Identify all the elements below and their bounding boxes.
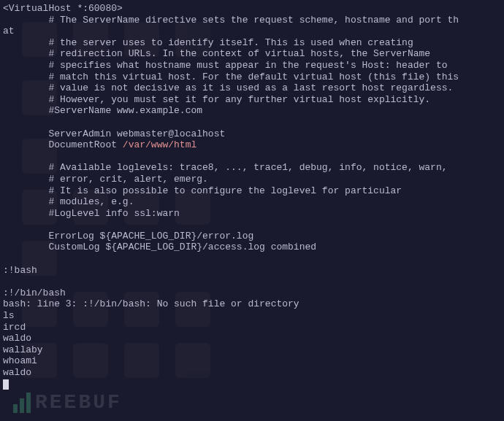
shell-line: wallaby <box>3 344 501 356</box>
watermark-logo-icon <box>13 393 31 413</box>
shell-line: :!bash <box>3 265 501 277</box>
watermark: REEBUF <box>13 390 122 415</box>
config-comment-line: # redirection URLs. In the context of vi… <box>3 48 501 60</box>
config-comment-line: # value is not decisive as it is used as… <box>3 82 501 94</box>
config-line: ServerAdmin webmaster@localhost <box>3 128 501 140</box>
terminal-blank-line <box>3 253 501 265</box>
config-path: /var/www/html <box>123 139 196 150</box>
terminal-cursor-line <box>3 379 501 390</box>
config-comment-line: #ServerName www.example.com <box>3 105 501 117</box>
config-line: ErrorLog ${APACHE_LOG_DIR}/error.log <box>3 231 501 242</box>
config-line: DocumentRoot /var/www/html <box>3 139 501 151</box>
config-comment-line: #LogLevel info ssl:warn <box>3 208 501 220</box>
config-comment-line: # error, crit, alert, emerg. <box>3 174 501 185</box>
shell-line: ls <box>3 310 501 322</box>
terminal-blank-line <box>3 219 501 231</box>
config-comment-line: # the server uses to identify itself. Th… <box>3 37 501 49</box>
config-comment-line: # modules, e.g. <box>3 196 501 208</box>
cursor-block-icon <box>3 379 9 390</box>
terminal-blank-line <box>3 117 501 128</box>
shell-line: ircd <box>3 322 501 333</box>
terminal-blank-line <box>3 151 501 163</box>
config-directive: DocumentRoot <box>3 139 123 150</box>
config-line: <VirtualHost *:60080> <box>3 3 501 15</box>
shell-line: waldo <box>3 333 501 344</box>
shell-line: :!/bin/bash <box>3 287 501 299</box>
config-line: CustomLog ${APACHE_LOG_DIR}/access.log c… <box>3 242 501 253</box>
terminal-blank-line <box>3 276 501 287</box>
config-comment-line: # match this virtual host. For the defau… <box>3 72 501 83</box>
config-comment-line: # specifies what hostname must appear in… <box>3 60 501 72</box>
shell-line: bash: line 3: :!/bin/bash: No such file … <box>3 298 501 310</box>
config-comment-line: # However, you must set it for any furth… <box>3 94 501 106</box>
config-comment-line-wrap: at <box>3 26 501 37</box>
watermark-text: REEBUF <box>35 390 122 415</box>
terminal-output[interactable]: <VirtualHost *:60080> # The ServerName d… <box>0 0 504 393</box>
shell-line: whoami <box>3 355 501 367</box>
shell-line: waldo <box>3 367 501 379</box>
config-comment-line: # Available loglevels: trace8, ..., trac… <box>3 162 501 174</box>
config-comment-line: # It is also possible to configure the l… <box>3 185 501 197</box>
config-comment-line: # The ServerName directive sets the requ… <box>3 15 501 26</box>
